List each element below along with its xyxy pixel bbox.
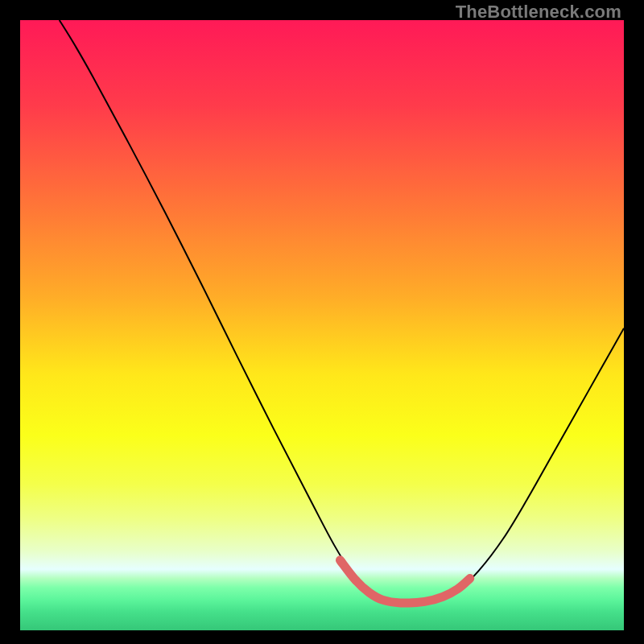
chart-frame: TheBottleneck.com	[0, 0, 644, 644]
highlight-dot-b	[352, 576, 361, 584]
chart-background	[20, 20, 624, 630]
chart-svg	[20, 20, 624, 630]
watermark-text: TheBottleneck.com	[456, 2, 621, 23]
highlight-dot-a	[337, 558, 346, 567]
chart-plot-area	[20, 20, 624, 630]
